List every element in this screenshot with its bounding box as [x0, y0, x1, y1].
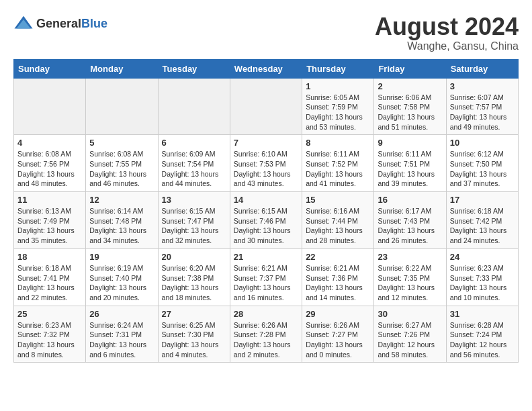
calendar-cell [158, 78, 230, 135]
calendar-cell: 2Sunrise: 6:06 AM Sunset: 7:58 PM Daylig… [374, 78, 446, 135]
day-info: Sunrise: 6:18 AM Sunset: 7:41 PM Dayligh… [17, 263, 82, 303]
calendar-cell: 3Sunrise: 6:07 AM Sunset: 7:57 PM Daylig… [446, 78, 518, 135]
header-day-wednesday: Wednesday [230, 59, 302, 78]
logo-blue: Blue [81, 17, 107, 30]
day-number: 11 [17, 195, 82, 205]
day-info: Sunrise: 6:10 AM Sunset: 7:53 PM Dayligh… [234, 149, 298, 189]
day-info: Sunrise: 6:15 AM Sunset: 7:46 PM Dayligh… [234, 206, 298, 246]
week-row-4: 18Sunrise: 6:18 AM Sunset: 7:41 PM Dayli… [14, 248, 519, 306]
calendar-cell: 16Sunrise: 6:17 AM Sunset: 7:43 PM Dayli… [374, 192, 446, 249]
calendar-cell: 27Sunrise: 6:25 AM Sunset: 7:30 PM Dayli… [158, 306, 230, 363]
calendar-cell: 11Sunrise: 6:13 AM Sunset: 7:49 PM Dayli… [14, 192, 86, 249]
day-info: Sunrise: 6:09 AM Sunset: 7:54 PM Dayligh… [162, 149, 226, 189]
day-number: 9 [378, 138, 442, 148]
calendar-cell: 28Sunrise: 6:26 AM Sunset: 7:28 PM Dayli… [230, 306, 302, 363]
location-subtitle: Wanghe, Gansu, China [375, 40, 519, 52]
day-number: 23 [378, 252, 442, 262]
day-info: Sunrise: 6:21 AM Sunset: 7:36 PM Dayligh… [306, 263, 370, 303]
day-number: 19 [89, 252, 154, 262]
week-row-2: 4Sunrise: 6:08 AM Sunset: 7:56 PM Daylig… [14, 135, 519, 192]
calendar-cell: 24Sunrise: 6:23 AM Sunset: 7:33 PM Dayli… [446, 248, 518, 306]
day-info: Sunrise: 6:19 AM Sunset: 7:40 PM Dayligh… [89, 263, 154, 303]
day-number: 8 [306, 138, 370, 148]
calendar-cell: 7Sunrise: 6:10 AM Sunset: 7:53 PM Daylig… [230, 135, 302, 192]
day-info: Sunrise: 6:28 AM Sunset: 7:24 PM Dayligh… [450, 320, 515, 360]
day-info: Sunrise: 6:05 AM Sunset: 7:59 PM Dayligh… [306, 93, 370, 132]
calendar-header: SundayMondayTuesdayWednesdayThursdayFrid… [14, 59, 519, 78]
logo: GeneralBlue [13, 13, 107, 34]
day-info: Sunrise: 6:08 AM Sunset: 7:55 PM Dayligh… [89, 149, 154, 189]
day-number: 6 [162, 138, 226, 148]
header-day-monday: Monday [86, 59, 158, 78]
month-year-title: August 2024 [375, 13, 519, 40]
day-info: Sunrise: 6:23 AM Sunset: 7:33 PM Dayligh… [450, 263, 515, 303]
day-number: 15 [306, 195, 370, 205]
day-number: 17 [450, 195, 515, 205]
calendar-cell: 26Sunrise: 6:24 AM Sunset: 7:31 PM Dayli… [86, 306, 158, 363]
calendar-cell: 21Sunrise: 6:21 AM Sunset: 7:37 PM Dayli… [230, 248, 302, 306]
day-number: 22 [306, 252, 370, 262]
calendar-cell: 17Sunrise: 6:18 AM Sunset: 7:42 PM Dayli… [446, 192, 518, 249]
calendar-cell: 13Sunrise: 6:15 AM Sunset: 7:47 PM Dayli… [158, 192, 230, 249]
day-info: Sunrise: 6:26 AM Sunset: 7:28 PM Dayligh… [234, 320, 298, 360]
week-row-5: 25Sunrise: 6:23 AM Sunset: 7:32 PM Dayli… [14, 306, 519, 363]
day-info: Sunrise: 6:12 AM Sunset: 7:50 PM Dayligh… [450, 149, 515, 189]
day-number: 4 [17, 138, 82, 148]
calendar-cell [14, 78, 86, 135]
day-number: 3 [450, 81, 515, 91]
calendar-cell: 10Sunrise: 6:12 AM Sunset: 7:50 PM Dayli… [446, 135, 518, 192]
calendar-cell: 31Sunrise: 6:28 AM Sunset: 7:24 PM Dayli… [446, 306, 518, 363]
day-number: 18 [17, 252, 82, 262]
calendar-cell: 14Sunrise: 6:15 AM Sunset: 7:46 PM Dayli… [230, 192, 302, 249]
day-info: Sunrise: 6:16 AM Sunset: 7:44 PM Dayligh… [306, 206, 370, 246]
day-info: Sunrise: 6:07 AM Sunset: 7:57 PM Dayligh… [450, 93, 515, 132]
day-info: Sunrise: 6:11 AM Sunset: 7:51 PM Dayligh… [378, 149, 442, 189]
day-number: 12 [89, 195, 154, 205]
day-number: 7 [234, 138, 298, 148]
calendar-table: SundayMondayTuesdayWednesdayThursdayFrid… [13, 59, 519, 363]
calendar-cell: 8Sunrise: 6:11 AM Sunset: 7:52 PM Daylig… [302, 135, 374, 192]
day-number: 5 [89, 138, 154, 148]
title-block: August 2024 Wanghe, Gansu, China [375, 13, 519, 52]
calendar-cell: 22Sunrise: 6:21 AM Sunset: 7:36 PM Dayli… [302, 248, 374, 306]
week-row-3: 11Sunrise: 6:13 AM Sunset: 7:49 PM Dayli… [14, 192, 519, 249]
page-header: GeneralBlue August 2024 Wanghe, Gansu, C… [13, 13, 519, 52]
header-day-thursday: Thursday [302, 59, 374, 78]
day-info: Sunrise: 6:23 AM Sunset: 7:32 PM Dayligh… [17, 320, 82, 360]
day-info: Sunrise: 6:15 AM Sunset: 7:47 PM Dayligh… [162, 206, 226, 246]
day-number: 20 [162, 252, 226, 262]
day-info: Sunrise: 6:26 AM Sunset: 7:27 PM Dayligh… [306, 320, 370, 360]
calendar-cell [86, 78, 158, 135]
header-day-sunday: Sunday [14, 59, 86, 78]
day-number: 14 [234, 195, 298, 205]
day-info: Sunrise: 6:13 AM Sunset: 7:49 PM Dayligh… [17, 206, 82, 246]
day-number: 26 [89, 309, 154, 319]
day-number: 10 [450, 138, 515, 148]
calendar-cell: 29Sunrise: 6:26 AM Sunset: 7:27 PM Dayli… [302, 306, 374, 363]
day-info: Sunrise: 6:06 AM Sunset: 7:58 PM Dayligh… [378, 93, 442, 132]
day-info: Sunrise: 6:27 AM Sunset: 7:26 PM Dayligh… [378, 320, 442, 360]
logo-general: General [36, 17, 81, 30]
day-number: 31 [450, 309, 515, 319]
calendar-cell: 4Sunrise: 6:08 AM Sunset: 7:56 PM Daylig… [14, 135, 86, 192]
day-number: 13 [162, 195, 226, 205]
day-info: Sunrise: 6:22 AM Sunset: 7:35 PM Dayligh… [378, 263, 442, 303]
calendar-cell: 5Sunrise: 6:08 AM Sunset: 7:55 PM Daylig… [86, 135, 158, 192]
day-number: 25 [17, 309, 82, 319]
calendar-cell: 15Sunrise: 6:16 AM Sunset: 7:44 PM Dayli… [302, 192, 374, 249]
calendar-cell: 25Sunrise: 6:23 AM Sunset: 7:32 PM Dayli… [14, 306, 86, 363]
logo-icon [13, 13, 34, 34]
day-number: 28 [234, 309, 298, 319]
day-number: 16 [378, 195, 442, 205]
calendar-body: 1Sunrise: 6:05 AM Sunset: 7:59 PM Daylig… [14, 78, 519, 363]
day-number: 1 [306, 81, 370, 91]
day-info: Sunrise: 6:11 AM Sunset: 7:52 PM Dayligh… [306, 149, 370, 189]
header-day-saturday: Saturday [446, 59, 518, 78]
week-row-1: 1Sunrise: 6:05 AM Sunset: 7:59 PM Daylig… [14, 78, 519, 135]
calendar-cell [230, 78, 302, 135]
header-row: SundayMondayTuesdayWednesdayThursdayFrid… [14, 59, 519, 78]
calendar-cell: 6Sunrise: 6:09 AM Sunset: 7:54 PM Daylig… [158, 135, 230, 192]
day-info: Sunrise: 6:20 AM Sunset: 7:38 PM Dayligh… [162, 263, 226, 303]
calendar-cell: 12Sunrise: 6:14 AM Sunset: 7:48 PM Dayli… [86, 192, 158, 249]
logo-text: GeneralBlue [36, 17, 107, 31]
